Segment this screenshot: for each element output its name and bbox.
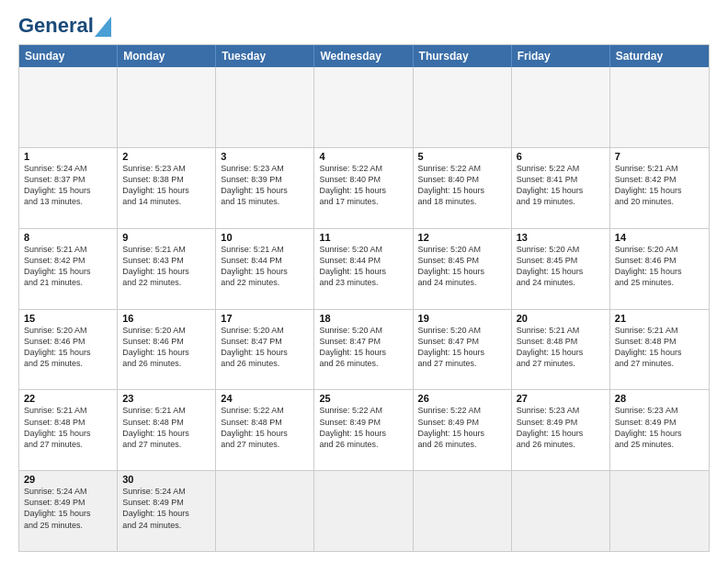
header-day-friday: Friday [512, 45, 610, 67]
header-day-tuesday: Tuesday [216, 45, 314, 67]
calendar-cell-16: 16Sunrise: 5:20 AMSunset: 8:46 PMDayligh… [118, 310, 216, 390]
svg-marker-0 [95, 17, 111, 37]
calendar-cell-19: 19Sunrise: 5:20 AMSunset: 8:47 PMDayligh… [414, 310, 512, 390]
calendar-cell-24: 24Sunrise: 5:22 AMSunset: 8:48 PMDayligh… [216, 390, 314, 470]
day-number: 30 [122, 474, 210, 485]
calendar-cell-26: 26Sunrise: 5:22 AMSunset: 8:49 PMDayligh… [414, 390, 512, 470]
day-number: 24 [221, 393, 309, 404]
day-info: Sunrise: 5:24 AMSunset: 8:37 PMDaylight:… [24, 163, 112, 208]
header-day-saturday: Saturday [610, 45, 709, 67]
calendar-cell-18: 18Sunrise: 5:20 AMSunset: 8:47 PMDayligh… [314, 310, 413, 390]
day-number: 16 [122, 313, 210, 324]
day-number: 9 [122, 232, 210, 243]
calendar-cell-29: 29Sunrise: 5:24 AMSunset: 8:49 PMDayligh… [19, 471, 118, 551]
day-number: 7 [615, 151, 704, 162]
calendar-cell-empty [414, 67, 512, 147]
calendar-cell-11: 11Sunrise: 5:20 AMSunset: 8:44 PMDayligh… [314, 229, 413, 309]
logo-triangle-icon [95, 17, 111, 37]
calendar-cell-22: 22Sunrise: 5:21 AMSunset: 8:48 PMDayligh… [19, 390, 118, 470]
day-info: Sunrise: 5:23 AMSunset: 8:38 PMDaylight:… [122, 163, 210, 208]
calendar-cell-empty [314, 471, 413, 551]
header-day-sunday: Sunday [19, 45, 118, 67]
day-info: Sunrise: 5:22 AMSunset: 8:49 PMDaylight:… [418, 405, 506, 450]
day-info: Sunrise: 5:20 AMSunset: 8:47 PMDaylight:… [221, 325, 309, 370]
day-info: Sunrise: 5:24 AMSunset: 8:49 PMDaylight:… [122, 486, 210, 531]
day-number: 23 [122, 393, 210, 404]
calendar-cell-13: 13Sunrise: 5:20 AMSunset: 8:45 PMDayligh… [512, 229, 610, 309]
day-number: 20 [517, 313, 605, 324]
day-number: 14 [615, 232, 704, 243]
calendar-cell-empty [512, 471, 610, 551]
day-number: 5 [418, 151, 506, 162]
calendar-cell-empty [314, 67, 413, 147]
calendar-cell-5: 5Sunrise: 5:22 AMSunset: 8:40 PMDaylight… [414, 148, 512, 228]
day-info: Sunrise: 5:20 AMSunset: 8:46 PMDaylight:… [24, 325, 112, 370]
calendar-cell-28: 28Sunrise: 5:23 AMSunset: 8:49 PMDayligh… [610, 390, 709, 470]
calendar-cell-27: 27Sunrise: 5:23 AMSunset: 8:49 PMDayligh… [512, 390, 610, 470]
calendar-cell-17: 17Sunrise: 5:20 AMSunset: 8:47 PMDayligh… [216, 310, 314, 390]
day-number: 18 [319, 313, 407, 324]
day-info: Sunrise: 5:22 AMSunset: 8:49 PMDaylight:… [319, 405, 407, 450]
calendar-cell-23: 23Sunrise: 5:21 AMSunset: 8:48 PMDayligh… [118, 390, 216, 470]
page: General SundayMondayTuesdayWednesdayThur… [0, 0, 728, 563]
calendar-cell-1: 1Sunrise: 5:24 AMSunset: 8:37 PMDaylight… [19, 148, 118, 228]
day-number: 3 [221, 151, 309, 162]
day-info: Sunrise: 5:22 AMSunset: 8:41 PMDaylight:… [517, 163, 605, 208]
calendar-header: SundayMondayTuesdayWednesdayThursdayFrid… [19, 45, 709, 67]
calendar-row-2: 8Sunrise: 5:21 AMSunset: 8:42 PMDaylight… [19, 228, 709, 309]
calendar-row-3: 15Sunrise: 5:20 AMSunset: 8:46 PMDayligh… [19, 309, 709, 390]
day-number: 10 [221, 232, 309, 243]
day-number: 19 [418, 313, 506, 324]
calendar-cell-14: 14Sunrise: 5:20 AMSunset: 8:46 PMDayligh… [610, 229, 709, 309]
calendar-cell-2: 2Sunrise: 5:23 AMSunset: 8:38 PMDaylight… [118, 148, 216, 228]
calendar-cell-empty [118, 67, 216, 147]
day-info: Sunrise: 5:21 AMSunset: 8:48 PMDaylight:… [24, 405, 112, 450]
day-number: 4 [319, 151, 407, 162]
calendar-cell-empty [512, 67, 610, 147]
day-number: 1 [24, 151, 112, 162]
day-info: Sunrise: 5:20 AMSunset: 8:47 PMDaylight:… [319, 325, 407, 370]
calendar-cell-12: 12Sunrise: 5:20 AMSunset: 8:45 PMDayligh… [414, 229, 512, 309]
day-info: Sunrise: 5:23 AMSunset: 8:49 PMDaylight:… [615, 405, 704, 450]
day-number: 28 [615, 393, 704, 404]
calendar-cell-25: 25Sunrise: 5:22 AMSunset: 8:49 PMDayligh… [314, 390, 413, 470]
logo: General [18, 15, 111, 35]
day-info: Sunrise: 5:22 AMSunset: 8:40 PMDaylight:… [319, 163, 407, 208]
day-info: Sunrise: 5:20 AMSunset: 8:46 PMDaylight:… [122, 325, 210, 370]
day-number: 21 [615, 313, 704, 324]
day-info: Sunrise: 5:20 AMSunset: 8:44 PMDaylight:… [319, 244, 407, 289]
calendar-cell-6: 6Sunrise: 5:22 AMSunset: 8:41 PMDaylight… [512, 148, 610, 228]
calendar-row-0 [19, 67, 709, 147]
day-number: 26 [418, 393, 506, 404]
day-info: Sunrise: 5:21 AMSunset: 8:42 PMDaylight:… [615, 163, 704, 208]
calendar-row-1: 1Sunrise: 5:24 AMSunset: 8:37 PMDaylight… [19, 147, 709, 228]
day-number: 17 [221, 313, 309, 324]
calendar-cell-3: 3Sunrise: 5:23 AMSunset: 8:39 PMDaylight… [216, 148, 314, 228]
day-number: 15 [24, 313, 112, 324]
calendar-cell-empty [216, 67, 314, 147]
day-number: 22 [24, 393, 112, 404]
day-number: 12 [418, 232, 506, 243]
day-info: Sunrise: 5:21 AMSunset: 8:48 PMDaylight:… [615, 325, 704, 370]
logo-text: General [18, 15, 94, 37]
calendar-body: 1Sunrise: 5:24 AMSunset: 8:37 PMDaylight… [19, 67, 709, 551]
calendar-cell-empty [414, 471, 512, 551]
calendar-cell-7: 7Sunrise: 5:21 AMSunset: 8:42 PMDaylight… [610, 148, 709, 228]
day-info: Sunrise: 5:23 AMSunset: 8:39 PMDaylight:… [221, 163, 309, 208]
day-info: Sunrise: 5:20 AMSunset: 8:45 PMDaylight:… [517, 244, 605, 289]
day-info: Sunrise: 5:20 AMSunset: 8:46 PMDaylight:… [615, 244, 704, 289]
day-info: Sunrise: 5:21 AMSunset: 8:44 PMDaylight:… [221, 244, 309, 289]
calendar-cell-30: 30Sunrise: 5:24 AMSunset: 8:49 PMDayligh… [118, 471, 216, 551]
calendar-cell-10: 10Sunrise: 5:21 AMSunset: 8:44 PMDayligh… [216, 229, 314, 309]
day-info: Sunrise: 5:24 AMSunset: 8:49 PMDaylight:… [24, 486, 112, 531]
day-info: Sunrise: 5:21 AMSunset: 8:48 PMDaylight:… [122, 405, 210, 450]
calendar-cell-4: 4Sunrise: 5:22 AMSunset: 8:40 PMDaylight… [314, 148, 413, 228]
calendar-cell-21: 21Sunrise: 5:21 AMSunset: 8:48 PMDayligh… [610, 310, 709, 390]
calendar-cell-9: 9Sunrise: 5:21 AMSunset: 8:43 PMDaylight… [118, 229, 216, 309]
day-info: Sunrise: 5:22 AMSunset: 8:48 PMDaylight:… [221, 405, 309, 450]
day-number: 2 [122, 151, 210, 162]
day-number: 8 [24, 232, 112, 243]
calendar-row-4: 22Sunrise: 5:21 AMSunset: 8:48 PMDayligh… [19, 389, 709, 470]
calendar-cell-20: 20Sunrise: 5:21 AMSunset: 8:48 PMDayligh… [512, 310, 610, 390]
day-info: Sunrise: 5:20 AMSunset: 8:45 PMDaylight:… [418, 244, 506, 289]
